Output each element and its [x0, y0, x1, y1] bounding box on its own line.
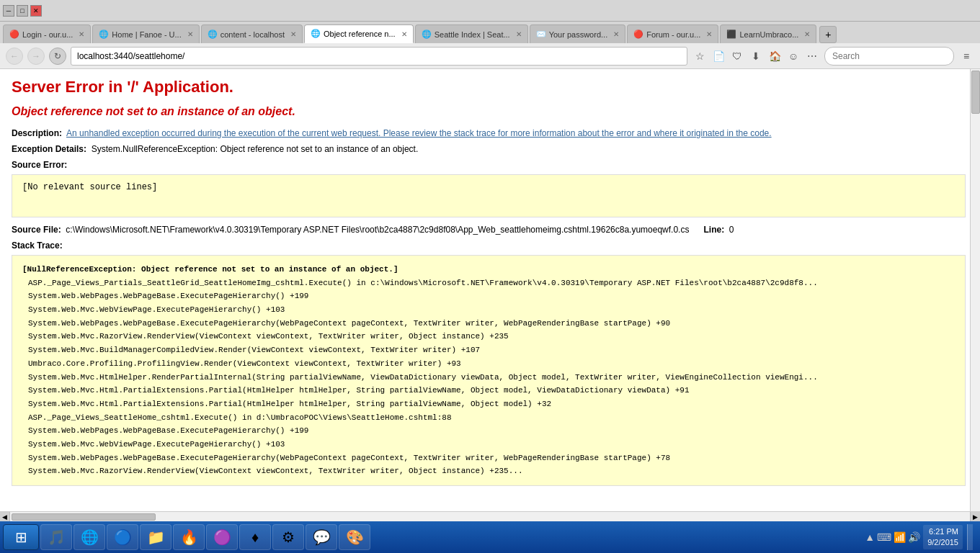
tab-label: Forum - our.u... — [646, 30, 700, 39]
tab-close-icon[interactable]: ✕ — [187, 30, 193, 38]
stack-line-15: System.Web.Mvc.RazorView.RenderView(View… — [22, 464, 955, 478]
h-scroll-track[interactable] — [10, 512, 970, 521]
source-code-text: [No relevant source lines] — [22, 182, 157, 192]
back-button[interactable]: ← — [6, 48, 23, 65]
forward-button[interactable]: → — [27, 48, 45, 65]
tab-label: Your password... — [549, 30, 608, 39]
taskbar-app-visual-studio[interactable]: 🟣 — [206, 524, 238, 550]
address-input[interactable] — [71, 47, 687, 66]
tab-close-icon[interactable]: ✕ — [706, 30, 712, 38]
vertical-scrollbar[interactable] — [970, 69, 980, 511]
tab-tab5[interactable]: 🌐 Seattle Index | Seat... ✕ — [415, 24, 528, 43]
tab-tab1[interactable]: 🔴 Login - our.u... ✕ — [3, 24, 91, 43]
emoji-icon[interactable]: ☺ — [785, 48, 801, 64]
description-text: An unhandled exception occurred during t… — [66, 128, 772, 138]
tab-close-icon[interactable]: ✕ — [290, 30, 296, 38]
taskbar-app-chrome[interactable]: 🔵 — [107, 524, 138, 550]
search-input[interactable] — [824, 47, 954, 66]
tabs-bar: 🔴 Login - our.u... ✕🌐 Home | Fanoe - U..… — [0, 22, 980, 43]
tab-close-icon[interactable]: ✕ — [401, 30, 407, 38]
tab-favicon: 🔴 — [633, 30, 643, 40]
stack-line-9: System.Web.Mvc.Html.PartialExtensions.Pa… — [22, 384, 955, 397]
source-line-label: Line: — [703, 225, 724, 235]
tray-volume-icon: 🔊 — [908, 531, 920, 543]
description-line: Description: An unhandled exception occu… — [12, 128, 966, 138]
stack-line-6: System.Web.Mvc.BuildManagerCompiledView.… — [22, 343, 955, 357]
h-scroll-thumb[interactable] — [12, 513, 156, 521]
tab-close-icon[interactable]: ✕ — [79, 30, 84, 38]
tray-icon-2: 📶 — [894, 531, 906, 543]
tab-favicon: 🌐 — [311, 29, 321, 39]
reader-icon[interactable]: 📄 — [710, 48, 726, 64]
taskbar-app-paint[interactable]: 🎨 — [339, 524, 370, 550]
taskbar-app-file-explorer[interactable]: 📁 — [140, 524, 172, 550]
description-label: Description: — [12, 128, 62, 138]
stack-trace-label: Stack Trace: — [12, 240, 966, 251]
tab-label: Object reference n... — [324, 30, 396, 38]
window-controls[interactable]: ─ □ ✕ — [3, 5, 42, 17]
tab-tab4[interactable]: 🌐 Object reference n... ✕ — [304, 24, 414, 43]
start-button[interactable]: ⊞ — [3, 524, 39, 550]
refresh-button[interactable]: ↻ — [49, 48, 66, 65]
tray-expand-icon[interactable]: ▲ — [865, 531, 875, 543]
tray-icon-1: ⌨ — [877, 531, 891, 543]
stack-line-13: System.Web.Mvc.WebViewPage.ExecutePageHi… — [22, 438, 955, 451]
taskbar-app-app7[interactable]: ⚙ — [272, 524, 304, 550]
source-file-path: c:\Windows\Microsoft.NET\Framework\v4.0.… — [66, 225, 689, 235]
taskbar-clock[interactable]: 6:21 PM 9/2/2015 — [923, 525, 963, 550]
source-line-num: 0 — [729, 225, 734, 235]
tab-label: LearnUmbraco... — [739, 30, 798, 39]
tab-close-icon[interactable]: ✕ — [804, 30, 810, 38]
taskbar-apps: 🎵🌐🔵📁🔥🟣♦⚙💬🎨 — [40, 524, 859, 550]
stack-trace-box: [NullReferenceException: Object referenc… — [12, 255, 966, 486]
clock-date: 9/2/2015 — [927, 537, 958, 548]
content-area: Server Error in '/' Application. Object … — [0, 69, 980, 511]
download-icon[interactable]: ⬇ — [748, 48, 764, 64]
browser-titlebar: ─ □ ✕ — [0, 0, 980, 22]
bookmark-icon[interactable]: ☆ — [692, 48, 708, 64]
new-tab-button[interactable]: + — [819, 26, 837, 43]
source-error-label: Source Error: — [12, 160, 966, 170]
stack-line-12: System.Web.WebPages.WebPageBase.ExecuteP… — [22, 424, 955, 438]
source-file-label: Source File: — [12, 225, 61, 235]
tab-tab8[interactable]: ⬛ LearnUmbraco... ✕ — [720, 24, 816, 43]
h-scroll-right[interactable]: ▶ — [970, 512, 980, 522]
taskbar-app-media-player[interactable]: 🎵 — [40, 524, 72, 550]
stack-line-7: Umbraco.Core.Profiling.ProfilingView.Ren… — [22, 357, 955, 371]
tab-label: Home | Fanoe - U... — [112, 30, 181, 39]
tab-tab6[interactable]: ✉️ Your password... ✕ — [530, 24, 626, 43]
tab-favicon: 🌐 — [422, 30, 432, 40]
stack-line-2: System.Web.WebPages.WebPageBase.ExecuteP… — [22, 289, 955, 303]
close-button[interactable]: ✕ — [30, 5, 42, 17]
tab-close-icon[interactable]: ✕ — [516, 30, 522, 38]
tab-tab3[interactable]: 🌐 content - localhost ✕ — [201, 24, 303, 43]
tab-favicon: 🔴 — [9, 30, 19, 40]
home-icon[interactable]: 🏠 — [767, 48, 783, 64]
tab-favicon: ⬛ — [726, 30, 736, 40]
menu-icon[interactable]: ≡ — [958, 48, 974, 64]
minimize-button[interactable]: ─ — [3, 5, 14, 17]
taskbar-app-app6[interactable]: ♦ — [239, 524, 271, 550]
taskbar-app-skype[interactable]: 💬 — [306, 524, 337, 550]
shield-icon[interactable]: 🛡 — [729, 48, 745, 64]
stack-line-1: ASP._Page_Views_Partials_SeattleGrid_Sea… — [22, 276, 955, 290]
taskbar-app-internet-explorer[interactable]: 🌐 — [74, 524, 105, 550]
tab-tab7[interactable]: 🔴 Forum - our.u... ✕ — [627, 24, 718, 43]
apps-icon[interactable]: ⋯ — [804, 48, 820, 64]
show-desktop-button[interactable] — [967, 524, 973, 550]
stack-line-11: ASP._Page_Views_SeattleHome_cshtml.Execu… — [22, 411, 955, 425]
maximize-button[interactable]: □ — [17, 5, 28, 17]
tab-tab2[interactable]: 🌐 Home | Fanoe - U... ✕ — [92, 24, 199, 43]
exception-text: System.NullReferenceException: Object re… — [92, 144, 419, 154]
h-scroll-left[interactable]: ◀ — [0, 512, 10, 522]
taskbar-app-firefox[interactable]: 🔥 — [173, 524, 205, 550]
taskbar-right: ▲ ⌨ 📶 🔊 6:21 PM 9/2/2015 — [860, 521, 977, 553]
tab-favicon: 🌐 — [99, 30, 109, 40]
tab-close-icon[interactable]: ✕ — [613, 30, 619, 38]
stack-line-3: System.Web.Mvc.WebViewPage.ExecutePageHi… — [22, 303, 955, 317]
stack-line-8: System.Web.Mvc.HtmlHelper.RenderPartialI… — [22, 371, 955, 385]
toolbar-icons: ☆ 📄 🛡 ⬇ 🏠 ☺ ⋯ — [692, 48, 820, 64]
stack-line-4: System.Web.WebPages.WebPageBase.ExecuteP… — [22, 317, 955, 331]
horizontal-scrollbar[interactable]: ◀ ▶ — [0, 511, 980, 521]
scrollbar-thumb[interactable] — [971, 71, 980, 114]
